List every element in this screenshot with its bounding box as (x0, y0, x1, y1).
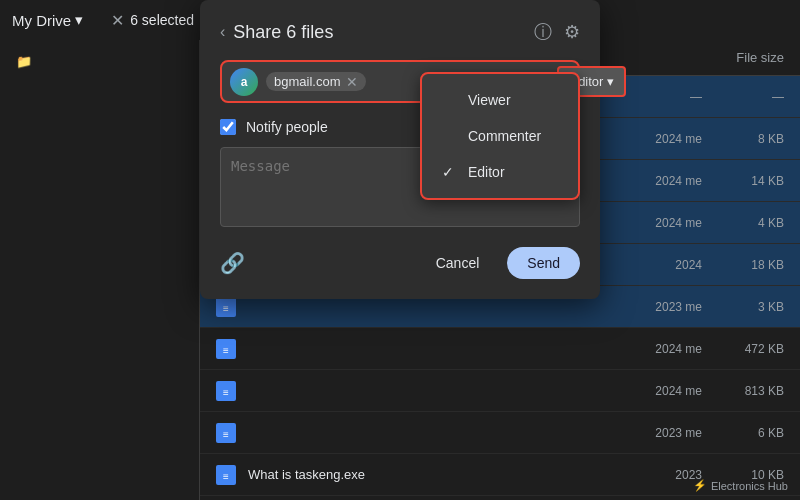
notify-checkbox[interactable] (220, 119, 236, 135)
back-arrow-icon[interactable]: ‹ (220, 23, 225, 41)
recipient-email: bgmail.com (274, 74, 340, 89)
dropdown-label-commenter: Commenter (468, 128, 541, 144)
selected-badge: ✕ 6 selected (111, 11, 194, 30)
file-size: 813 KB (714, 384, 784, 398)
share-modal: ‹ Share 6 files ⓘ ⚙ a bgmail.com ✕ Edito… (200, 0, 600, 299)
file-size: 6 KB (714, 426, 784, 440)
copy-link-icon[interactable]: 🔗 (220, 251, 245, 275)
footer-buttons: Cancel Send (420, 247, 580, 279)
file-icon (216, 381, 236, 401)
drive-title-text: My Drive (12, 12, 71, 29)
file-size: 472 KB (714, 342, 784, 356)
file-meta: 2024 me (582, 132, 702, 146)
file-meta: 2024 me (582, 174, 702, 188)
file-meta: 2023 me (582, 300, 702, 314)
check-icon-editor: ✓ (442, 164, 458, 180)
file-meta: 2024 me (582, 384, 702, 398)
dropdown-item-commenter[interactable]: Commenter (422, 118, 578, 154)
file-size: 4 KB (714, 216, 784, 230)
deselect-icon[interactable]: ✕ (111, 11, 124, 30)
file-icon (216, 423, 236, 443)
chip-close-icon[interactable]: ✕ (346, 75, 358, 89)
dropdown-label-editor: Editor (468, 164, 505, 180)
table-row[interactable]: 2024 me 813 KB (200, 370, 800, 412)
file-meta: 2024 me (582, 342, 702, 356)
file-icon (216, 297, 236, 317)
notify-label: Notify people (246, 119, 328, 135)
drive-title: My Drive ▾ (12, 11, 83, 29)
modal-footer: 🔗 Cancel Send (220, 247, 580, 279)
file-size: — (714, 90, 784, 104)
file-meta: 2023 (582, 468, 702, 482)
file-meta: 2023 me (582, 426, 702, 440)
avatar: a (230, 68, 258, 96)
file-size: 14 KB (714, 174, 784, 188)
watermark-text: Electronics Hub (711, 480, 788, 492)
column-file-size: File size (684, 50, 784, 65)
dropdown-item-editor[interactable]: ✓ Editor (422, 154, 578, 190)
dropdown-label-viewer: Viewer (468, 92, 511, 108)
sidebar: 📁 (0, 40, 200, 500)
info-icon[interactable]: ⓘ (534, 20, 552, 44)
selected-count: 6 selected (130, 12, 194, 28)
send-button[interactable]: Send (507, 247, 580, 279)
file-size: 8 KB (714, 132, 784, 146)
table-row[interactable]: 2024 me 472 KB (200, 328, 800, 370)
file-size: 3 KB (714, 300, 784, 314)
file-meta: 2024 me (582, 216, 702, 230)
modal-title: Share 6 files (233, 22, 333, 43)
file-name: What is taskeng.exe (248, 467, 570, 482)
permission-dropdown: Viewer Commenter ✓ Editor (420, 72, 580, 200)
folder-icon: 📁 (16, 54, 32, 69)
watermark-logo: ⚡ (693, 479, 707, 492)
check-icon-viewer (442, 92, 458, 108)
sidebar-folder-item[interactable]: 📁 (0, 40, 199, 82)
file-size: 18 KB (714, 258, 784, 272)
cancel-button[interactable]: Cancel (420, 247, 496, 279)
table-row[interactable]: 2023 me 6 KB (200, 412, 800, 454)
watermark: ⚡ Electronics Hub (693, 479, 788, 492)
modal-header-icons: ⓘ ⚙ (534, 20, 580, 44)
drive-title-arrow[interactable]: ▾ (75, 11, 83, 29)
settings-icon[interactable]: ⚙ (564, 21, 580, 43)
dropdown-item-viewer[interactable]: Viewer (422, 82, 578, 118)
file-meta: 2024 (582, 258, 702, 272)
modal-header: ‹ Share 6 files ⓘ ⚙ (220, 20, 580, 44)
recipient-chip: bgmail.com ✕ (266, 72, 366, 91)
file-icon (216, 339, 236, 359)
check-icon-commenter (442, 128, 458, 144)
editor-arrow-icon: ▾ (607, 74, 614, 89)
file-icon (216, 465, 236, 485)
